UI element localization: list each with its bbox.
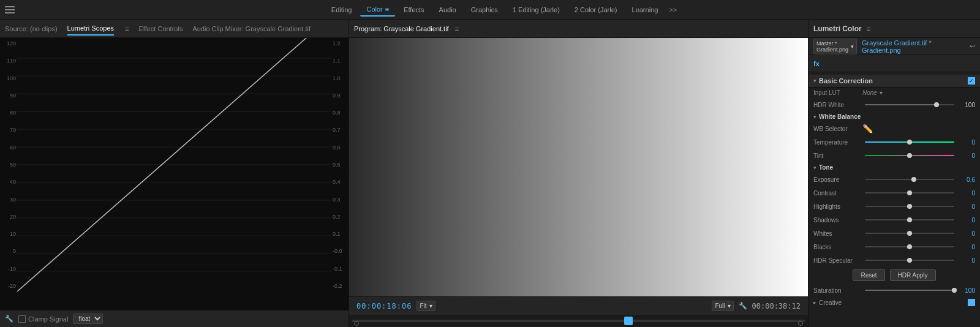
duration-timecode: 00:00:38:12 bbox=[752, 302, 801, 310]
menu-item-editing[interactable]: Editing bbox=[325, 4, 358, 16]
hdr-white-value: 100 bbox=[957, 102, 975, 108]
top-menu-bar: Editing Color ≡ Effects Audio Graphics 1… bbox=[0, 0, 980, 20]
contrast-value: 0 bbox=[957, 190, 975, 197]
timeline-in-point[interactable] bbox=[354, 321, 359, 326]
hdr-white-slider[interactable] bbox=[865, 100, 954, 110]
monitor-settings-icon[interactable]: 🔧 bbox=[739, 302, 747, 310]
left-tab-bar: Source: (no clips) Lumetri Scopes ≡ Effe… bbox=[0, 20, 349, 38]
fit-selector[interactable]: Fit ▾ bbox=[417, 301, 435, 311]
whites-label: Whites bbox=[813, 230, 862, 237]
hdr-specular-slider[interactable] bbox=[865, 255, 954, 265]
input-lut-browse-icon[interactable]: ▾ bbox=[880, 89, 883, 96]
timeline-out-point[interactable] bbox=[798, 321, 803, 326]
left-panel: Source: (no clips) Lumetri Scopes ≡ Effe… bbox=[0, 20, 349, 327]
highlights-thumb[interactable] bbox=[907, 204, 912, 209]
tab-lumetri-scopes[interactable]: Lumetri Scopes bbox=[67, 22, 114, 36]
temperature-thumb[interactable] bbox=[907, 140, 912, 145]
hamburger-menu-icon[interactable] bbox=[5, 6, 15, 13]
scope-y-axis-labels: 120 110 100 90 80 70 60 50 40 30 20 10 0… bbox=[0, 38, 17, 291]
clip-selector-chevron: ▾ bbox=[851, 43, 854, 50]
basic-correction-checkbox[interactable]: ✓ bbox=[968, 77, 975, 85]
wb-selector-row: WB Selector ✏️ bbox=[809, 122, 980, 135]
lumetri-color-menu-icon[interactable]: ≡ bbox=[867, 25, 870, 32]
tab-source[interactable]: Source: (no clips) bbox=[5, 23, 58, 35]
menu-item-graphics[interactable]: Graphics bbox=[465, 4, 504, 16]
clamp-signal-checkbox[interactable]: Clamp Signal bbox=[18, 315, 68, 323]
exposure-value: 0.6 bbox=[957, 176, 975, 183]
hdr-white-track bbox=[865, 104, 954, 105]
saturation-thumb[interactable] bbox=[952, 288, 957, 293]
blacks-thumb[interactable] bbox=[907, 244, 912, 249]
menu-item-effects[interactable]: Effects bbox=[398, 4, 430, 16]
timeline-strip bbox=[349, 315, 808, 327]
tab-audio-clip-mixer[interactable]: Audio Clip Mixer: Grayscale Gradient.tif bbox=[192, 23, 311, 35]
hdr-specular-value: 0 bbox=[957, 257, 975, 264]
program-monitor-menu-icon[interactable]: ≡ bbox=[455, 25, 459, 32]
hdr-specular-row: HDR Specular 0 bbox=[809, 254, 980, 267]
creative-arrow-icon bbox=[813, 299, 816, 306]
white-balance-arrow-icon bbox=[813, 114, 816, 120]
tab-effect-controls[interactable]: Effect Controls bbox=[138, 23, 183, 35]
whites-thumb[interactable] bbox=[907, 231, 912, 236]
timeline-endpoints bbox=[349, 321, 808, 326]
menu-item-color[interactable]: Color ≡ bbox=[360, 3, 395, 17]
temperature-slider[interactable] bbox=[865, 137, 954, 147]
highlights-slider[interactable] bbox=[865, 201, 954, 211]
highlights-value: 0 bbox=[957, 203, 975, 210]
fx-label-bar: fx bbox=[809, 55, 980, 72]
shadows-thumb[interactable] bbox=[907, 217, 912, 222]
float-select[interactable]: float bbox=[73, 314, 103, 324]
reset-clip-icon[interactable]: ↩ bbox=[970, 42, 975, 50]
shadows-row: Shadows 0 bbox=[809, 213, 980, 227]
menu-item-learning[interactable]: Learning bbox=[626, 4, 665, 16]
creative-checkbox[interactable] bbox=[968, 299, 975, 306]
exposure-thumb[interactable] bbox=[911, 177, 916, 182]
temperature-label: Temperature bbox=[813, 139, 862, 146]
tint-slider[interactable] bbox=[865, 151, 954, 160]
blacks-slider[interactable] bbox=[865, 242, 954, 252]
quality-selector[interactable]: Full ▾ bbox=[712, 301, 733, 311]
tone-title: Tone bbox=[819, 164, 833, 171]
shadows-label: Shadows bbox=[813, 217, 862, 224]
basic-correction-header[interactable]: Basic Correction ✓ bbox=[809, 75, 980, 88]
contrast-thumb[interactable] bbox=[907, 190, 912, 195]
hdr-white-row: HDR White 100 bbox=[809, 98, 980, 111]
contrast-slider[interactable] bbox=[865, 188, 954, 198]
hdr-white-thumb[interactable] bbox=[934, 102, 939, 107]
fx-label: fx bbox=[813, 60, 820, 67]
whites-row: Whites 0 bbox=[809, 227, 980, 240]
reset-button[interactable]: Reset bbox=[853, 269, 884, 281]
menu-item-audio[interactable]: Audio bbox=[433, 4, 462, 16]
program-monitor-title: Program: Grayscale Gradient.tif bbox=[354, 25, 449, 32]
whites-slider[interactable] bbox=[865, 228, 954, 238]
main-content: Source: (no clips) Lumetri Scopes ≡ Effe… bbox=[0, 20, 980, 327]
tint-label: Tint bbox=[813, 152, 862, 159]
gradient-preview-image bbox=[349, 38, 808, 296]
saturation-slider[interactable] bbox=[865, 285, 954, 295]
white-balance-header[interactable]: White Balance bbox=[809, 111, 980, 122]
temperature-value: 0 bbox=[957, 139, 975, 146]
quality-chevron-icon: ▾ bbox=[728, 303, 731, 309]
app-logo-area bbox=[5, 6, 29, 13]
menu-item-color-jarle[interactable]: 2 Color (Jarle) bbox=[568, 4, 624, 16]
more-workspaces-button[interactable]: >> bbox=[666, 4, 679, 16]
clamp-signal-checkbox-box[interactable] bbox=[18, 315, 26, 323]
monitor-toolbar: 00:00:18:06 Fit ▾ Full ▾ 🔧 00:00:38:12 bbox=[349, 296, 808, 315]
basic-correction-arrow-icon bbox=[813, 78, 816, 84]
hdr-specular-thumb[interactable] bbox=[907, 258, 912, 263]
lumetri-scopes-menu-icon[interactable]: ≡ bbox=[125, 25, 129, 32]
master-clip-selector[interactable]: Master * Gradient.png ▾ bbox=[813, 39, 857, 55]
playhead-timecode[interactable]: 00:00:18:06 bbox=[356, 302, 412, 310]
lumetri-color-header: Lumetri Color ≡ bbox=[809, 20, 980, 38]
tint-thumb[interactable] bbox=[907, 153, 912, 158]
saturation-track bbox=[865, 290, 954, 291]
hdr-apply-button[interactable]: HDR Apply bbox=[890, 269, 936, 281]
shadows-slider[interactable] bbox=[865, 215, 954, 225]
tone-header[interactable]: Tone bbox=[809, 162, 980, 173]
basic-correction-title: Basic Correction bbox=[819, 77, 968, 85]
eyedropper-icon[interactable]: ✏️ bbox=[862, 124, 873, 133]
menu-item-editing-jarle[interactable]: 1 Editing (Jarle) bbox=[507, 4, 566, 16]
wrench-icon[interactable]: 🔧 bbox=[5, 315, 13, 323]
hdr-white-fill bbox=[865, 104, 937, 105]
exposure-slider[interactable] bbox=[865, 175, 954, 184]
